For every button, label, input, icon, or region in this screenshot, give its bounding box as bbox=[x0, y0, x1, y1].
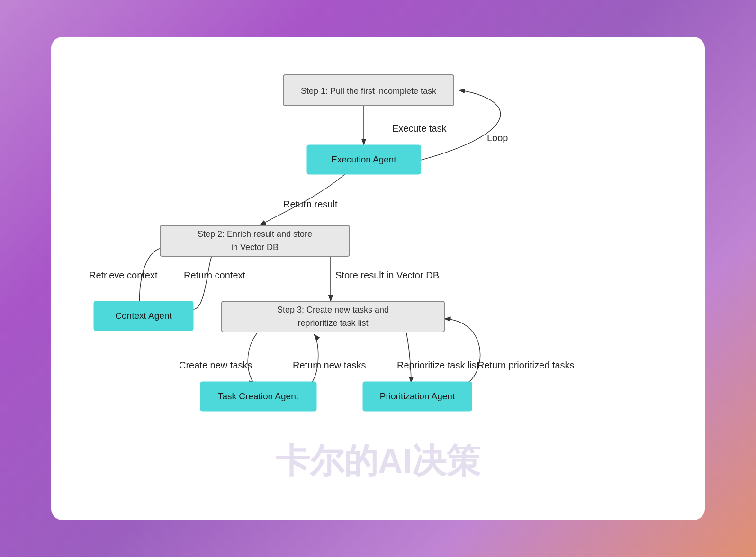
step2-label: Step 2: Enrich result and store bbox=[198, 229, 312, 239]
store-result-label: Store result in Vector DB bbox=[335, 270, 439, 280]
reprioritize-label: Reprioritize task list bbox=[397, 360, 479, 370]
return-context-label: Return context bbox=[184, 270, 246, 280]
loop-label: Loop bbox=[487, 133, 508, 143]
task-creation-agent-label: Task Creation Agent bbox=[218, 391, 299, 401]
create-new-tasks-label: Create new tasks bbox=[179, 360, 252, 370]
context-agent-label: Context Agent bbox=[115, 311, 172, 321]
return-result-label: Return result bbox=[283, 199, 338, 209]
prioritization-agent-label: Prioritization Agent bbox=[380, 391, 455, 401]
step1-label: Step 1: Pull the first incomplete task bbox=[301, 86, 437, 96]
execute-task-label: Execute task bbox=[392, 123, 447, 134]
return-new-tasks-label: Return new tasks bbox=[293, 360, 366, 370]
step3-label2: reprioritize task list bbox=[297, 318, 368, 328]
main-card: Step 1: Pull the first incomplete task E… bbox=[51, 37, 705, 520]
retrieve-context-label: Retrieve context bbox=[89, 270, 158, 280]
step2-label2: in Vector DB bbox=[231, 243, 279, 252]
execution-agent-label: Execution Agent bbox=[331, 154, 396, 164]
watermark: 卡尔的AI决策 bbox=[276, 442, 481, 480]
step3-label: Step 3: Create new tasks and bbox=[277, 305, 389, 314]
return-prioritized-label: Return prioritized tasks bbox=[477, 360, 575, 370]
